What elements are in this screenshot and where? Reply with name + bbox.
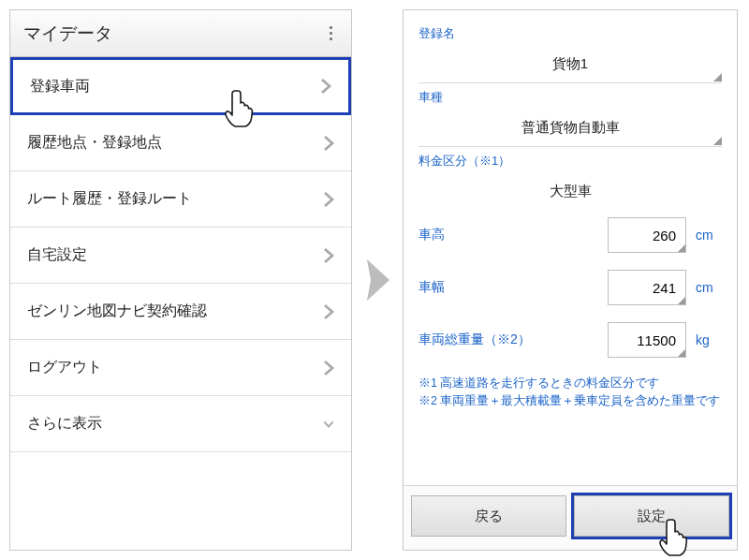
width-row: 車幅 cm [419,270,722,305]
footnote-2: ※2 車両重量＋最大積載量＋乗車定員を含めた重量です [419,392,722,410]
menu-item-home-setting[interactable]: 自宅設定 [10,228,351,284]
menu-item-label: 登録車両 [30,77,90,96]
chevron-right-icon [320,78,331,95]
menu-item-registered-vehicles[interactable]: 登録車両 [10,57,351,115]
my-data-header: マイデータ [10,10,351,57]
footnote-1: ※1 高速道路を走行するときの料金区分です [419,375,722,392]
gross-weight-unit: kg [696,332,722,347]
my-data-panel: マイデータ 登録車両 履歴地点・登録地点 ルート履歴・登録ルート 自宅設定 ゼン… [9,9,352,551]
back-button[interactable]: 戻る [411,495,566,537]
gross-weight-row: 車両総重量（※2） kg [419,322,722,358]
menu-item-label: ゼンリン地図ナビ契約確認 [27,302,207,321]
my-data-title: マイデータ [23,22,112,46]
vehicle-type-label: 車種 [419,89,722,106]
flow-arrow-icon [365,258,391,302]
menu-item-history-points[interactable]: 履歴地点・登録地点 [10,115,351,171]
gross-weight-label: 車両総重量（※2） [419,332,531,348]
menu-item-label: 履歴地点・登録地点 [27,133,162,153]
menu-item-route-history[interactable]: ルート履歴・登録ルート [10,171,351,228]
width-label: 車幅 [419,279,445,296]
height-unit: cm [696,228,722,243]
height-row: 車高 cm [419,217,722,253]
menu-item-label: さらに表示 [27,414,102,434]
set-button[interactable]: 設定 [574,495,729,537]
chevron-right-icon [323,303,334,320]
menu-item-show-more[interactable]: さらに表示 [10,396,351,452]
height-input[interactable] [608,217,686,253]
width-input[interactable] [608,270,686,305]
chevron-down-icon [323,416,334,433]
form-footer: 戻る 設定 [404,485,737,550]
footnotes: ※1 高速道路を走行するときの料金区分です ※2 車両重量＋最大積載量＋乗車定員… [419,375,722,410]
reg-name-label: 登録名 [419,25,722,42]
vehicle-type-field[interactable]: 普通貨物自動車 [419,110,722,147]
reg-name-field[interactable]: 貨物1 [419,46,722,83]
chevron-right-icon [323,135,334,152]
chevron-right-icon [323,360,334,376]
vehicle-form-panel: 登録名 貨物1 車種 普通貨物自動車 料金区分（※1） 大型車 車高 cm 車幅… [403,9,738,551]
fare-class-label: 料金区分（※1） [419,153,722,169]
fare-class-value: 大型車 [419,173,722,210]
svg-marker-0 [367,259,389,301]
menu-item-label: ルート履歴・登録ルート [27,189,192,209]
more-options-icon[interactable] [324,21,338,46]
menu-item-label: 自宅設定 [27,245,87,265]
menu-item-logout[interactable]: ログアウト [10,340,351,396]
menu-item-zenrin-contract[interactable]: ゼンリン地図ナビ契約確認 [10,284,351,340]
width-unit: cm [696,280,722,295]
chevron-right-icon [323,247,334,264]
menu-item-label: ログアウト [27,358,102,377]
gross-weight-input[interactable] [608,322,686,358]
chevron-right-icon [323,191,334,208]
height-label: 車高 [419,227,445,243]
